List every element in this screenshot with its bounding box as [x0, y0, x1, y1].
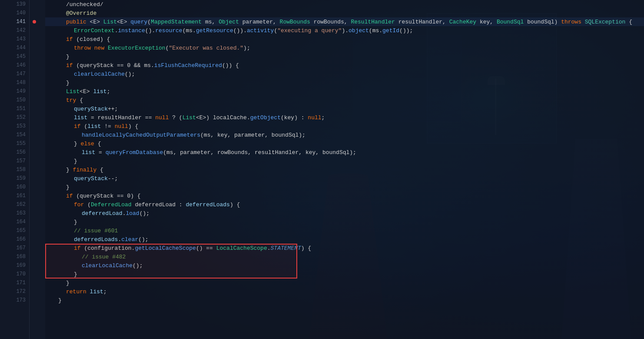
code-token: . — [267, 245, 271, 252]
gutter-row[interactable] — [30, 35, 39, 44]
gutter-row[interactable] — [30, 174, 39, 183]
gutter-row[interactable] — [30, 270, 39, 279]
gutter-row[interactable] — [30, 226, 39, 235]
gutter-row[interactable] — [30, 122, 39, 131]
line-number: 161 — [0, 191, 29, 200]
gutter-row[interactable] — [30, 200, 39, 209]
gutter-row[interactable] — [30, 191, 39, 200]
fold-row — [39, 17, 45, 26]
code-token: () == — [196, 245, 216, 252]
gutter-row[interactable] — [30, 87, 39, 96]
code-token: <E>) localCache. — [196, 114, 250, 121]
code-token: List — [183, 114, 196, 121]
code-token: MappedStatement — [151, 19, 202, 25]
code-row: if (queryStack == 0 && ms.isFlushCacheRe… — [45, 61, 644, 70]
code-token: list — [90, 289, 103, 295]
gutter-row[interactable] — [30, 209, 39, 218]
fold-row — [39, 157, 45, 165]
code-token: clearLocalCache — [74, 71, 125, 77]
code-token: object — [349, 27, 369, 34]
gutter-row[interactable] — [30, 113, 39, 122]
code-token: (); — [138, 236, 148, 243]
line-number: 139 — [0, 0, 29, 9]
gutter-row[interactable] — [30, 44, 39, 52]
code-row: } — [45, 78, 644, 87]
line-number: 160 — [0, 183, 29, 191]
line-number: 171 — [0, 279, 29, 287]
code-token: clear — [121, 236, 138, 243]
line-number: 141 — [0, 17, 29, 26]
code-token: { — [625, 19, 632, 25]
code-token: new — [94, 45, 108, 51]
gutter-row[interactable] — [30, 96, 39, 104]
code-row: public <E> List<E> query(MappedStatement… — [45, 17, 644, 26]
gutter-row[interactable] — [30, 9, 39, 17]
code-token: else — [81, 141, 98, 147]
code-token: (); — [133, 262, 143, 269]
fold-row — [39, 183, 45, 191]
code-token: } — [66, 184, 70, 191]
code-row: deferredLoads.clear(); — [45, 235, 644, 244]
fold-row — [39, 26, 45, 35]
gutter-row[interactable] — [30, 218, 39, 226]
code-token: if — [66, 62, 76, 69]
code-token: ) { — [230, 201, 240, 208]
gutter-row[interactable] — [30, 104, 39, 113]
line-number: 149 — [0, 87, 29, 96]
gutter-row[interactable] — [30, 148, 39, 157]
code-token: "Executor was closed." — [169, 45, 243, 51]
gutter-row[interactable] — [30, 279, 39, 287]
gutter-row[interactable] — [30, 183, 39, 191]
code-row: return list; — [45, 287, 644, 296]
gutter-row[interactable] — [30, 244, 39, 252]
code-token: } — [74, 271, 77, 278]
gutter-row[interactable] — [30, 261, 39, 270]
gutter-row[interactable] — [30, 287, 39, 296]
code-token: { — [98, 141, 101, 147]
code-row: } — [45, 270, 644, 279]
breakpoint-dot — [33, 20, 36, 23]
code-token: } — [66, 280, 70, 286]
fold-row — [39, 104, 45, 113]
line-numbers: 1391401411421431441451461471481491501511… — [0, 0, 30, 339]
fold-row — [39, 113, 45, 122]
gutter-row[interactable] — [30, 165, 39, 174]
gutter-row[interactable] — [30, 70, 39, 78]
fold-row — [39, 252, 45, 261]
line-number: 153 — [0, 122, 29, 131]
gutter-row[interactable] — [30, 235, 39, 244]
code-token: list — [87, 123, 101, 130]
code-row: list = queryFromDatabase(ms, parameter, … — [45, 148, 644, 157]
gutter-row[interactable] — [30, 157, 39, 165]
code-token: for — [74, 201, 87, 208]
gutter-row[interactable] — [30, 139, 39, 148]
code-row: List<E> list; — [45, 87, 644, 96]
gutter-row[interactable] — [30, 131, 39, 139]
code-token: BoundSql — [497, 19, 524, 25]
code-token: @Override — [66, 10, 96, 17]
gutter-row[interactable] — [30, 296, 39, 305]
fold-row — [39, 279, 45, 287]
gutter-row[interactable] — [30, 252, 39, 261]
line-number: 143 — [0, 35, 29, 44]
code-token: ErrorContext — [74, 27, 115, 34]
gutter-row[interactable] — [30, 52, 39, 61]
fold-row — [39, 9, 45, 17]
gutter-row[interactable] — [30, 78, 39, 87]
code-token: List — [66, 88, 80, 95]
gutter-row[interactable] — [30, 61, 39, 70]
gutter-row[interactable] — [30, 26, 39, 35]
code-row: queryStack--; — [45, 174, 644, 183]
fold-row — [39, 131, 45, 139]
fold-row — [39, 139, 45, 148]
gutter-row[interactable] — [30, 0, 39, 9]
code-token: ()); — [399, 27, 413, 34]
code-token: parameter, — [239, 19, 280, 25]
gutter-row[interactable] — [30, 17, 39, 26]
code-token: list — [74, 114, 87, 121]
line-number: 164 — [0, 218, 29, 226]
code-token: = — [95, 149, 105, 156]
code-token: LocalCacheScope — [216, 245, 267, 252]
code-token: key, — [476, 19, 497, 25]
code-token: getLocalCacheScope — [135, 245, 196, 252]
